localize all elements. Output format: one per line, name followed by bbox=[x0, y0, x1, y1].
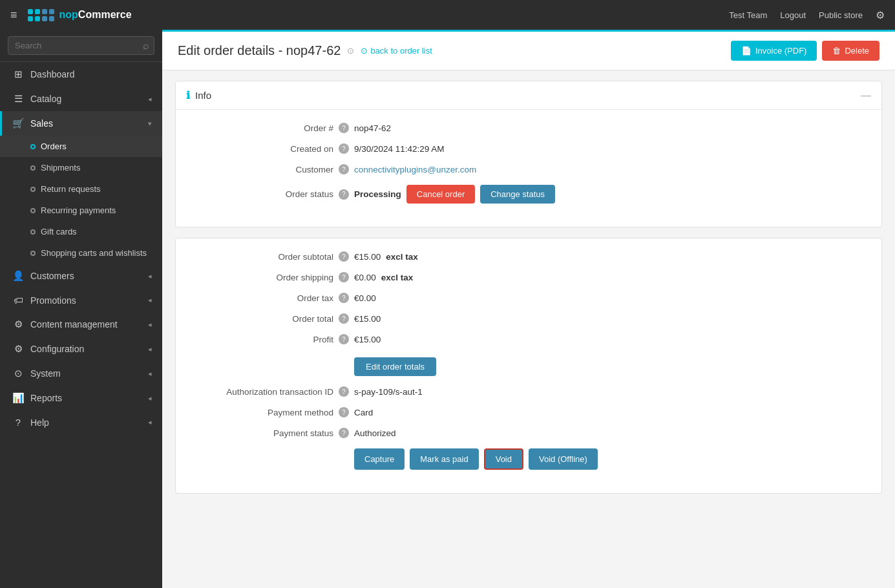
tax-value: €0.00 bbox=[354, 293, 376, 303]
tax-help[interactable]: ? bbox=[339, 293, 349, 303]
sidebar-item-configuration[interactable]: ⚙ Configuration ◂ bbox=[0, 337, 162, 361]
configuration-arrow: ◂ bbox=[148, 345, 152, 353]
auth-transaction-label: Authorization transaction ID bbox=[191, 387, 333, 397]
promotions-icon: 🏷 bbox=[12, 295, 24, 306]
order-number-help[interactable]: ? bbox=[339, 123, 349, 133]
delete-button[interactable]: 🗑 Delete bbox=[822, 41, 879, 61]
edit-order-totals-button[interactable]: Edit order totals bbox=[354, 357, 436, 376]
customer-value: connectivityplugins@unzer.com bbox=[354, 165, 476, 174]
order-totals-card: Order subtotal ? €15.00 excl tax Order s… bbox=[175, 238, 882, 494]
customer-help[interactable]: ? bbox=[339, 164, 349, 174]
sidebar-item-sales[interactable]: 🛒 Sales ▾ bbox=[0, 111, 162, 136]
auth-transaction-value: s-pay-109/s-aut-1 bbox=[354, 387, 423, 397]
sidebar-item-reports[interactable]: 📊 Reports ◂ bbox=[0, 386, 162, 410]
sidebar-search-area bbox=[0, 30, 162, 62]
payment-status-row: Payment status ? Authorized bbox=[191, 428, 866, 438]
sidebar-item-system[interactable]: ⊙ System ◂ bbox=[0, 361, 162, 386]
sidebar-item-shipments[interactable]: Shipments bbox=[0, 157, 162, 178]
order-status-help[interactable]: ? bbox=[339, 189, 349, 200]
cancel-order-button[interactable]: Cancel order bbox=[406, 185, 475, 204]
page-title: Edit order details - nop47-62 ⊙ ⊙ back t… bbox=[178, 43, 432, 58]
payment-status-help[interactable]: ? bbox=[339, 428, 349, 438]
system-arrow: ◂ bbox=[148, 370, 152, 378]
recurring-payments-dot bbox=[30, 208, 36, 213]
total-label: Order total bbox=[191, 314, 333, 324]
dashboard-icon: ⊞ bbox=[12, 68, 24, 80]
page-header-actions: 📄 Invoice (PDF) 🗑 Delete bbox=[731, 41, 879, 61]
settings-icon[interactable]: ⚙ bbox=[876, 9, 885, 21]
profit-help[interactable]: ? bbox=[339, 334, 349, 344]
logo-area: ≡ nopCommerce bbox=[10, 8, 165, 22]
subtotal-row: Order subtotal ? €15.00 excl tax bbox=[191, 251, 866, 262]
tax-row: Order tax ? €0.00 bbox=[191, 293, 866, 303]
capture-button[interactable]: Capture bbox=[354, 448, 405, 470]
back-link-icon: ⊙ bbox=[361, 46, 368, 56]
sidebar-item-customers[interactable]: 👤 Customers ◂ bbox=[0, 264, 162, 288]
subtotal-value: €15.00 excl tax bbox=[354, 252, 418, 262]
mark-as-paid-button[interactable]: Mark as paid bbox=[410, 448, 478, 470]
back-to-order-list-link[interactable]: ⊙ back to order list bbox=[361, 46, 432, 56]
change-status-button[interactable]: Change status bbox=[480, 185, 555, 204]
search-input[interactable] bbox=[8, 36, 154, 55]
configuration-icon: ⚙ bbox=[12, 343, 24, 355]
total-value: €15.00 bbox=[354, 314, 381, 324]
payment-method-help[interactable]: ? bbox=[339, 407, 349, 417]
order-status-row: Order status ? Processing Cancel order C… bbox=[191, 185, 866, 204]
sidebar-item-dashboard[interactable]: ⊞ Dashboard bbox=[0, 62, 162, 87]
payment-method-value: Card bbox=[354, 408, 373, 417]
content-area: Edit order details - nop47-62 ⊙ ⊙ back t… bbox=[162, 30, 895, 588]
sidebar-item-return-requests[interactable]: Return requests bbox=[0, 178, 162, 200]
sidebar-item-orders[interactable]: Orders bbox=[0, 136, 162, 157]
shipping-row: Order shipping ? €0.00 excl tax bbox=[191, 272, 866, 282]
public-store-link[interactable]: Public store bbox=[819, 10, 863, 20]
created-on-value: 9/30/2024 11:42:29 AM bbox=[354, 144, 445, 154]
sidebar-item-gift-cards[interactable]: Gift cards bbox=[0, 221, 162, 242]
help-icon: ? bbox=[12, 417, 24, 428]
sidebar-item-promotions[interactable]: 🏷 Promotions ◂ bbox=[0, 288, 162, 312]
sidebar-item-catalog[interactable]: ☰ Catalog ◂ bbox=[0, 87, 162, 111]
sidebar-item-content-management[interactable]: ⚙ Content management ◂ bbox=[0, 312, 162, 337]
top-nav-right: Test Team Logout Public store ⚙ bbox=[729, 9, 885, 21]
order-number-row: Order # ? nop47-62 bbox=[191, 123, 866, 133]
void-offline-button[interactable]: Void (Offline) bbox=[529, 448, 598, 470]
delete-icon: 🗑 bbox=[832, 46, 841, 56]
total-help[interactable]: ? bbox=[339, 313, 349, 324]
reports-arrow: ◂ bbox=[148, 394, 152, 403]
logout-link[interactable]: Logout bbox=[780, 10, 806, 20]
main-layout: ⊞ Dashboard ☰ Catalog ◂ 🛒 Sales ▾ Orders… bbox=[0, 30, 895, 588]
order-totals-body: Order subtotal ? €15.00 excl tax Order s… bbox=[176, 238, 881, 493]
sidebar-item-shopping-carts[interactable]: Shopping carts and wishlists bbox=[0, 242, 162, 264]
promotions-arrow: ◂ bbox=[148, 296, 152, 304]
payment-buttons: Capture Mark as paid Void Void (Offline) bbox=[354, 448, 598, 470]
total-row: Order total ? €15.00 bbox=[191, 313, 866, 324]
tax-label: Order tax bbox=[191, 293, 333, 303]
info-card-header: ℹ Info — bbox=[176, 81, 881, 110]
sales-icon: 🛒 bbox=[12, 118, 24, 129]
sidebar-item-help[interactable]: ? Help ◂ bbox=[0, 410, 162, 434]
profit-row: Profit ? €15.00 bbox=[191, 334, 866, 344]
catalog-icon: ☰ bbox=[12, 93, 24, 105]
created-on-help[interactable]: ? bbox=[339, 143, 349, 154]
help-arrow: ◂ bbox=[148, 418, 152, 426]
payment-status-label: Payment status bbox=[191, 428, 333, 438]
sidebar-item-recurring-payments[interactable]: Recurring payments bbox=[0, 200, 162, 221]
void-button[interactable]: Void bbox=[484, 448, 523, 470]
collapse-button[interactable]: — bbox=[861, 90, 871, 101]
payment-buttons-row: Capture Mark as paid Void Void (Offline) bbox=[191, 448, 866, 470]
info-card-body: Order # ? nop47-62 Created on ? 9/30/202… bbox=[176, 110, 881, 227]
auth-transaction-help[interactable]: ? bbox=[339, 386, 349, 397]
content-management-icon: ⚙ bbox=[12, 319, 24, 330]
customer-email-link[interactable]: connectivityplugins@unzer.com bbox=[354, 165, 476, 174]
logo-text: nopCommerce bbox=[59, 9, 132, 21]
subtotal-help[interactable]: ? bbox=[339, 251, 349, 262]
invoice-pdf-button[interactable]: 📄 Invoice (PDF) bbox=[731, 41, 817, 61]
subtotal-label: Order subtotal bbox=[191, 252, 333, 262]
shipping-help[interactable]: ? bbox=[339, 272, 349, 282]
separator: ⊙ bbox=[347, 46, 354, 56]
edit-totals-row: Edit order totals bbox=[191, 355, 866, 376]
order-number-value: nop47-62 bbox=[354, 123, 391, 133]
page-header: Edit order details - nop47-62 ⊙ ⊙ back t… bbox=[162, 30, 895, 70]
auth-transaction-row: Authorization transaction ID ? s-pay-109… bbox=[191, 386, 866, 397]
hamburger-menu[interactable]: ≡ bbox=[10, 8, 17, 22]
payment-status-value: Authorized bbox=[354, 428, 396, 438]
